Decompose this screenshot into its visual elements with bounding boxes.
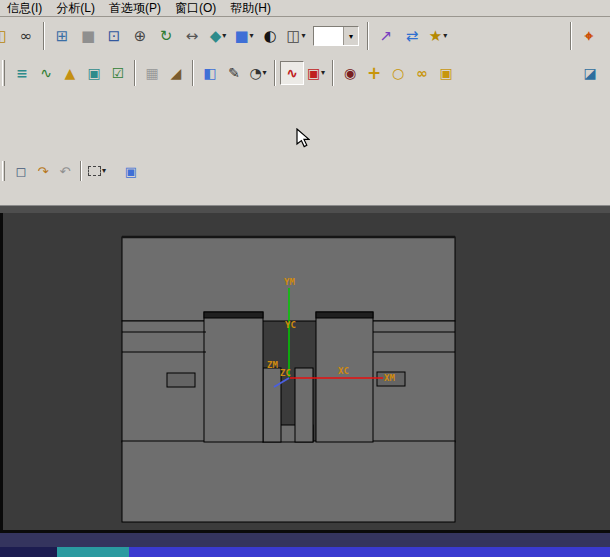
model-canvas[interactable]: YM YC ZM ZC XC XM [3,213,610,530]
toolbar-separator [367,22,369,49]
layout-glyph: ◫ [286,29,300,44]
isometric-view-dropdown-icon[interactable]: ▾ [250,32,254,40]
isometric-view-icon[interactable]: ■ ▾ [231,23,257,49]
mouse-cursor [296,128,310,148]
status-bar [0,533,610,547]
toolbar-separator [192,60,194,86]
zoom-icon[interactable]: ⊕ [127,23,153,49]
motion-sim-dropdown-icon[interactable]: ▾ [321,69,325,77]
time-report-dropdown-icon[interactable]: ▾ [263,69,267,77]
create-geometry-icon[interactable]: ▲ [58,61,82,85]
progress-strip [0,547,610,557]
undo-arrow-icon[interactable]: ↶ [54,160,76,182]
layout-icon[interactable]: ◫ ▾ [283,23,309,49]
time-report-icon[interactable]: ◔ ▾ [246,61,270,85]
fit-view-icon[interactable]: ■ [75,23,101,49]
wcs-icon[interactable]: ⌖ [576,23,602,49]
right-tower[interactable] [316,312,373,442]
view-combo-dropdown-icon[interactable]: ▾ [343,27,358,45]
motion-sim-icon[interactable]: ▣ ▾ [304,61,328,85]
motion-sim-glyph: ▣ [307,66,320,80]
toolbar-separator [134,60,136,86]
label-ym: YM [284,277,295,287]
right-tower-cap [316,312,373,318]
redo-arrow-icon[interactable]: ↷ [32,160,54,182]
find-icon[interactable]: ∞ [13,23,39,49]
label-xm: XM [384,373,395,383]
cursor-arrow [297,129,309,147]
gold-link-icon[interactable]: ∞ [410,61,434,85]
label-zm: ZM [267,360,278,370]
menu-bar: 信息(I) 分析(L) 首选项(P) 窗口(O) 帮助(H) [0,0,610,17]
menu-preferences[interactable]: 首选项(P) [102,0,168,16]
toolbar-standard: ◫ ∞ ⊞ ■ ⊡ ⊕ ↻ ↔ ◆ ▾ ■ ▾ ◐ ◫ ▾ ▾ ↗ ⇄ ★ ▾ … [0,17,610,55]
menu-analysis[interactable]: 分析(L) [49,0,102,16]
tile-windows-icon[interactable]: ⊞ [49,23,75,49]
menu-window[interactable]: 窗口(O) [168,0,223,16]
shaded-view-glyph: ◆ [210,29,222,44]
selection-box-glyph [88,166,101,176]
selection-box-icon[interactable]: ▾ [86,160,108,182]
bottom-plate[interactable] [122,441,455,522]
progress-segment-dark [0,547,57,557]
left-tower-cap [204,312,263,318]
progress-segment-blue [129,547,610,557]
toolbar-separator [80,161,82,181]
shaded-view-icon[interactable]: ◆ ▾ [205,23,231,49]
tool-cone-icon[interactable]: ◢ [164,61,188,85]
checklist-icon[interactable]: ☑ [106,61,130,85]
view-combo[interactable]: ▾ [313,26,359,46]
toolbar-separator [570,22,572,49]
progress-segment-teal [57,547,129,557]
right-box-icon[interactable]: ◪ [578,61,602,85]
panel-gap [0,185,610,205]
toolbar-grip[interactable] [2,60,5,85]
waveform-icon[interactable]: ∿ [280,61,304,85]
zoom-window-icon[interactable]: ⊡ [101,23,127,49]
pattern-icon[interactable]: ★ ▾ [425,23,451,49]
menu-help[interactable]: 帮助(H) [223,0,278,16]
program-order-icon[interactable]: ≡ [10,61,34,85]
display-mode-icon[interactable]: ◐ [257,23,283,49]
time-report-glyph: ◔ [249,66,261,80]
isometric-view-glyph: ■ [234,29,248,44]
toolbar-grip[interactable] [2,161,5,181]
core-pin-left[interactable] [263,368,281,442]
rotate-view-icon[interactable]: ↻ [153,23,179,49]
shaded-view-dropdown-icon[interactable]: ▾ [222,32,226,40]
check-glasses-icon[interactable]: ◉ [338,61,362,85]
core-pin-right[interactable] [295,368,313,442]
edit-sheet-icon[interactable]: ✎ [222,61,246,85]
label-zc: ZC [280,368,291,378]
gold-plus-icon[interactable]: + [362,61,386,85]
toolbar-separator [332,60,334,86]
selection-box-dropdown-icon[interactable]: ▾ [102,167,106,175]
workpiece-icon[interactable]: ◧ [198,61,222,85]
toolbar-selection: ◻ ↷ ↶ ▾ ▣ [0,157,610,185]
pattern-dropdown-icon[interactable]: ▾ [443,32,447,40]
toolbar-separator [43,22,45,49]
work-part-cube-icon[interactable]: ▣ [120,160,142,182]
blank-block-icon[interactable]: ▦ [140,61,164,85]
layout-dropdown-icon[interactable]: ▾ [302,32,306,40]
toolbar-separator [274,60,276,86]
left-tower[interactable] [204,312,263,442]
graphics-viewport[interactable]: YM YC ZM ZC XC XM [0,213,610,530]
menu-info[interactable]: 信息(I) [0,0,49,16]
export-icon[interactable]: ◫ [0,23,13,49]
pattern-glyph: ★ [429,29,442,44]
pan-view-icon[interactable]: ↔ [179,23,205,49]
label-yc: YC [285,320,296,330]
display-part-icon[interactable]: ◻ [10,160,32,182]
gold-group-icon[interactable]: ▣ [434,61,458,85]
gold-circle-icon[interactable]: ○ [386,61,410,85]
mold-csys-icon[interactable]: ▣ [82,61,106,85]
process-curve-icon[interactable]: ∿ [34,61,58,85]
left-slot[interactable] [167,373,195,387]
move-component-icon[interactable]: ↗ [373,23,399,49]
toolbar-application: ≡ ∿ ▲ ▣ ☑ ▦ ◢ ◧ ✎ ◔ ▾ ∿ ▣ ▾ ◉ + ○ ∞ ▣ ◪ [0,55,610,91]
label-xc: XC [338,366,349,376]
swap-component-icon[interactable]: ⇄ [399,23,425,49]
viewport-top-edge [0,205,610,213]
view-combo-value[interactable] [314,27,343,45]
